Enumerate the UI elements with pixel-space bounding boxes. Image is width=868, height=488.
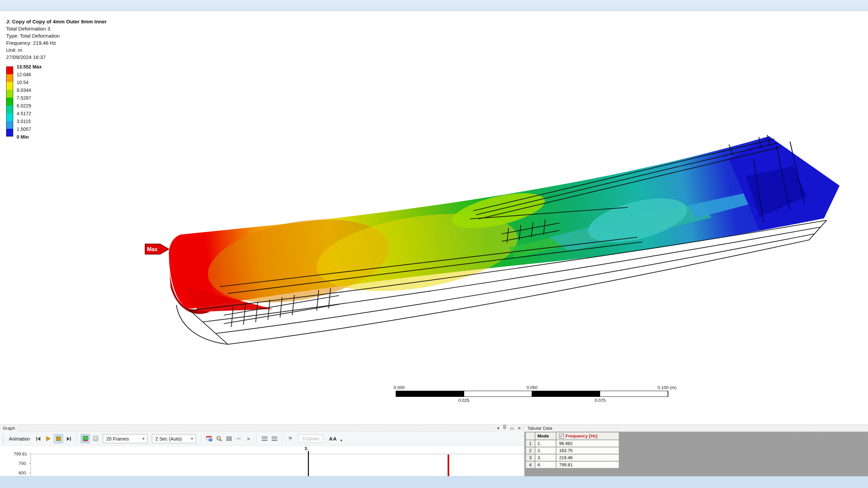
legend-band bbox=[6, 121, 13, 129]
graph-panel-title: Graph bbox=[0, 425, 18, 432]
scale-segment bbox=[396, 391, 464, 396]
frequency-cell[interactable]: 219.46 bbox=[556, 454, 619, 461]
y-axis-tick: 799.81 bbox=[3, 451, 27, 456]
legend-band bbox=[6, 74, 13, 82]
pin-icon[interactable] bbox=[503, 425, 507, 432]
chevron-down-icon: ▼ bbox=[190, 437, 194, 441]
close-panel-icon[interactable]: ✕ bbox=[517, 425, 521, 432]
max-annotation-tag[interactable]: Max bbox=[145, 244, 169, 254]
cycles-field[interactable]: 3 Cycles bbox=[298, 434, 323, 443]
y-axis-tick: 700. bbox=[3, 461, 27, 466]
toolbar-separator bbox=[201, 434, 201, 443]
window-top-border bbox=[0, 0, 868, 11]
graph-panel-titlebar[interactable]: Graph ▾ ▭ ✕ bbox=[0, 425, 524, 432]
chevron-down-icon[interactable]: ▼ bbox=[340, 439, 343, 442]
mode-column-header[interactable]: Mode bbox=[535, 432, 556, 440]
tabular-panel-titlebar[interactable]: Tabular Data bbox=[525, 425, 868, 432]
legend-band bbox=[6, 82, 13, 90]
table-row[interactable]: 4 4. 799.81 bbox=[526, 461, 619, 468]
cut-frames-icon[interactable]: ✂ bbox=[235, 435, 243, 443]
antialias-button[interactable]: AA bbox=[329, 436, 337, 442]
frequency-checkbox[interactable]: ✓ bbox=[559, 434, 564, 439]
frequency-column-header[interactable]: ✓ Frequency [Hz] bbox=[556, 432, 619, 440]
frequency-cell[interactable]: 799.81 bbox=[556, 461, 619, 468]
window-bottom-border bbox=[0, 476, 868, 488]
frames-dropdown[interactable]: 20 Frames ▼ bbox=[103, 434, 147, 443]
tabular-data-table: Mode ✓ Frequency [Hz] 1 1. 96.982 2 2. 1… bbox=[526, 432, 619, 468]
y-axis-tick: 600. bbox=[3, 470, 27, 475]
legend-value: 12.046 bbox=[17, 72, 31, 77]
scale-segment bbox=[464, 391, 532, 396]
mode-cell[interactable]: 4. bbox=[535, 461, 556, 468]
stacked-bars-alt-icon[interactable] bbox=[270, 435, 278, 443]
skip-to-start-button[interactable] bbox=[34, 435, 42, 443]
toolbar-separator bbox=[282, 434, 282, 443]
play-animation-button[interactable] bbox=[44, 435, 52, 443]
scale-segment bbox=[532, 391, 600, 396]
result-viewport[interactable]: J: Copy of Copy of 4mm Outer 8mm Inner T… bbox=[0, 11, 868, 425]
result-sets-disabled-button[interactable] bbox=[92, 435, 100, 443]
result-frequency: Frequency: 219.46 Hz bbox=[6, 39, 107, 46]
panel-menu-dropdown-icon[interactable]: ▾ bbox=[497, 425, 499, 432]
result-name: Total Deformation 3 bbox=[6, 25, 107, 32]
legend-value: 6.0229 bbox=[17, 103, 31, 108]
legend-color-bar bbox=[6, 66, 13, 137]
mode-cell[interactable]: 1. bbox=[535, 440, 556, 447]
result-unit: Unit: m bbox=[6, 46, 107, 54]
frequency-cell[interactable]: 96.982 bbox=[556, 440, 619, 447]
update-result-icon[interactable]: ➤ bbox=[244, 435, 253, 443]
scale-label-75: 0.075 bbox=[595, 398, 606, 403]
scale-label-25: 0.025 bbox=[458, 398, 470, 403]
row-number-header bbox=[526, 432, 535, 440]
table-row[interactable]: 2 2. 163.75 bbox=[526, 447, 619, 454]
mode-cell[interactable]: 3. bbox=[535, 454, 556, 461]
tabular-panel-title: Tabular Data bbox=[525, 425, 555, 432]
row-number: 3 bbox=[526, 454, 535, 461]
row-number: 2 bbox=[526, 447, 535, 454]
toolbar-grip[interactable] bbox=[3, 434, 4, 443]
mode-cell[interactable]: 2. bbox=[535, 447, 556, 454]
legend-value: 7.5287 bbox=[17, 95, 31, 101]
skip-to-end-button[interactable] bbox=[65, 435, 73, 443]
scale-label-50: 0.050 bbox=[527, 385, 538, 390]
system-title: J: Copy of Copy of 4mm Outer 8mm Inner bbox=[6, 18, 107, 25]
legend-value: 10.54 bbox=[17, 80, 28, 85]
stop-animation-button[interactable] bbox=[54, 434, 63, 443]
result-sets-button[interactable] bbox=[81, 434, 90, 443]
chart-top-gridline bbox=[31, 454, 524, 454]
table-row[interactable]: 3 3. 219.46 bbox=[526, 454, 619, 461]
legend-band bbox=[6, 129, 13, 137]
grid-view-icon[interactable] bbox=[225, 435, 233, 443]
ansys-mechanical-window: J: Copy of Copy of 4mm Outer 8mm Inner T… bbox=[0, 0, 868, 488]
tabular-data-panel: Tabular Data Mode ✓ Frequency [Hz] 1 1. … bbox=[525, 425, 868, 476]
current-mode-label: 3. bbox=[304, 446, 308, 451]
deformed-wing-model[interactable]: Max bbox=[0, 11, 868, 425]
float-panel-icon[interactable]: ▭ bbox=[510, 425, 514, 432]
scale-label-0: 0.000 bbox=[394, 385, 405, 390]
export-video-button[interactable] bbox=[205, 435, 213, 443]
flag-marker-icon[interactable]: ⚑ bbox=[286, 435, 294, 443]
legend-value: 3.0115 bbox=[17, 119, 31, 124]
result-annotation: J: Copy of Copy of 4mm Outer 8mm Inner T… bbox=[6, 18, 107, 61]
result-type: Type: Total Deformation bbox=[6, 32, 107, 39]
legend-band bbox=[6, 66, 13, 74]
stacked-bars-icon[interactable] bbox=[260, 435, 269, 443]
chevron-down-icon: ▼ bbox=[142, 437, 145, 441]
contour-legend: 13.552 Max 12.046 10.54 9.0344 7.5287 6.… bbox=[6, 66, 13, 137]
legend-value: 9.0344 bbox=[17, 87, 31, 93]
legend-band bbox=[6, 113, 13, 121]
row-number: 1 bbox=[526, 440, 535, 447]
table-header-row: Mode ✓ Frequency [Hz] bbox=[526, 432, 619, 440]
frequency-cell[interactable]: 163.75 bbox=[556, 447, 619, 454]
legend-value-min: 0 Min bbox=[17, 134, 29, 140]
legend-value: 4.5172 bbox=[17, 111, 31, 116]
duration-dropdown[interactable]: 2 Sec (Auto) ▼ bbox=[152, 434, 196, 443]
max-tag-label: Max bbox=[147, 246, 157, 252]
legend-band bbox=[6, 98, 13, 105]
table-row[interactable]: 1 1. 96.982 bbox=[526, 440, 619, 447]
zoom-select-icon[interactable] bbox=[215, 435, 223, 443]
row-number: 4 bbox=[526, 461, 535, 468]
frequency-header-label: Frequency [Hz] bbox=[566, 432, 597, 440]
legend-value: 1.5057 bbox=[17, 126, 31, 132]
scale-label-100: 0.100 (m) bbox=[657, 385, 676, 390]
